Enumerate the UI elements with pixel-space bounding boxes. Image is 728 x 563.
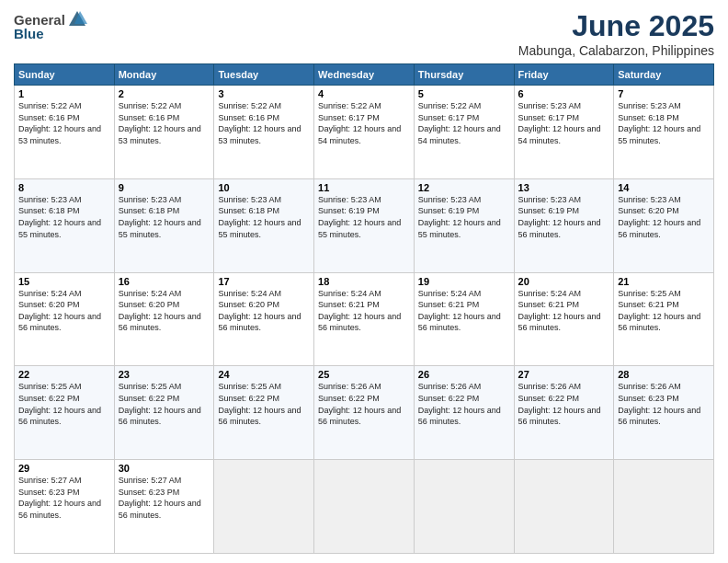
daylight-text: Daylight: 12 hours and 54 minutes.: [518, 124, 601, 145]
day-number: 9: [119, 182, 210, 193]
week-row-1: 1 Sunrise: 5:22 AM Sunset: 6:16 PM Dayli…: [15, 86, 714, 179]
week-row-4: 22 Sunrise: 5:25 AM Sunset: 6:22 PM Dayl…: [15, 366, 714, 460]
sunset-text: Sunset: 6:21 PM: [518, 300, 580, 309]
daylight-text: Daylight: 12 hours and 55 minutes.: [119, 218, 201, 239]
daylight-text: Daylight: 12 hours and 56 minutes.: [618, 406, 700, 427]
day-number: 28: [618, 369, 710, 380]
calendar-table: Sunday Monday Tuesday Wednesday Thursday…: [14, 63, 714, 554]
sunset-text: Sunset: 6:20 PM: [119, 300, 180, 309]
table-cell: 18 Sunrise: 5:24 AM Sunset: 6:21 PM Dayl…: [314, 272, 415, 366]
day-number: 12: [418, 182, 510, 193]
col-tuesday: Tuesday: [214, 64, 314, 86]
day-number: 15: [18, 276, 110, 287]
table-cell: 8 Sunrise: 5:23 AM Sunset: 6:18 PM Dayli…: [15, 178, 115, 272]
sunset-text: Sunset: 6:22 PM: [119, 394, 180, 403]
table-cell: 28 Sunrise: 5:26 AM Sunset: 6:23 PM Dayl…: [614, 366, 714, 460]
sunrise-text: Sunrise: 5:26 AM: [618, 382, 681, 391]
day-info: Sunrise: 5:27 AM Sunset: 6:23 PM Dayligh…: [18, 475, 110, 521]
sunrise-text: Sunrise: 5:24 AM: [318, 289, 381, 298]
col-thursday: Thursday: [414, 64, 514, 86]
sunset-text: Sunset: 6:23 PM: [119, 488, 180, 497]
sunset-text: Sunset: 6:19 PM: [518, 206, 580, 215]
daylight-text: Daylight: 12 hours and 56 minutes.: [318, 312, 401, 333]
day-info: Sunrise: 5:26 AM Sunset: 6:23 PM Dayligh…: [618, 381, 710, 427]
sunset-text: Sunset: 6:20 PM: [618, 206, 679, 215]
sunset-text: Sunset: 6:17 PM: [318, 113, 380, 122]
day-info: Sunrise: 5:24 AM Sunset: 6:20 PM Dayligh…: [119, 288, 210, 334]
sunset-text: Sunset: 6:16 PM: [18, 113, 80, 122]
day-info: Sunrise: 5:22 AM Sunset: 6:16 PM Dayligh…: [119, 100, 210, 146]
daylight-text: Daylight: 12 hours and 53 minutes.: [218, 124, 301, 145]
sunset-text: Sunset: 6:19 PM: [418, 206, 480, 215]
sunrise-text: Sunrise: 5:23 AM: [618, 195, 681, 204]
table-cell: [214, 460, 314, 554]
sunset-text: Sunset: 6:19 PM: [318, 206, 380, 215]
daylight-text: Daylight: 12 hours and 56 minutes.: [18, 406, 101, 427]
table-cell: 27 Sunrise: 5:26 AM Sunset: 6:22 PM Dayl…: [514, 366, 614, 460]
day-info: Sunrise: 5:24 AM Sunset: 6:20 PM Dayligh…: [218, 288, 310, 334]
sunset-text: Sunset: 6:17 PM: [518, 113, 580, 122]
daylight-text: Daylight: 12 hours and 55 minutes.: [418, 218, 501, 239]
daylight-text: Daylight: 12 hours and 56 minutes.: [618, 312, 700, 333]
day-info: Sunrise: 5:22 AM Sunset: 6:16 PM Dayligh…: [218, 100, 310, 146]
day-info: Sunrise: 5:24 AM Sunset: 6:20 PM Dayligh…: [18, 288, 110, 334]
week-row-3: 15 Sunrise: 5:24 AM Sunset: 6:20 PM Dayl…: [15, 272, 714, 366]
day-number: 20: [518, 276, 610, 287]
day-info: Sunrise: 5:23 AM Sunset: 6:20 PM Dayligh…: [618, 194, 710, 240]
table-cell: 25 Sunrise: 5:26 AM Sunset: 6:22 PM Dayl…: [314, 366, 415, 460]
day-number: 7: [618, 88, 710, 99]
sunset-text: Sunset: 6:21 PM: [418, 300, 480, 309]
sunrise-text: Sunrise: 5:23 AM: [618, 101, 681, 110]
day-number: 13: [518, 182, 610, 193]
sunrise-text: Sunrise: 5:25 AM: [18, 382, 82, 391]
day-info: Sunrise: 5:25 AM Sunset: 6:22 PM Dayligh…: [218, 381, 310, 427]
day-info: Sunrise: 5:26 AM Sunset: 6:22 PM Dayligh…: [518, 381, 610, 427]
daylight-text: Daylight: 12 hours and 53 minutes.: [18, 124, 101, 145]
sunrise-text: Sunrise: 5:22 AM: [119, 101, 182, 110]
table-cell: [314, 460, 415, 554]
day-number: 26: [418, 369, 510, 380]
sunset-text: Sunset: 6:18 PM: [119, 206, 180, 215]
sunset-text: Sunset: 6:20 PM: [18, 300, 80, 309]
daylight-text: Daylight: 12 hours and 56 minutes.: [18, 499, 101, 520]
table-cell: 6 Sunrise: 5:23 AM Sunset: 6:17 PM Dayli…: [514, 86, 614, 179]
table-cell: [514, 460, 614, 554]
day-number: 17: [218, 276, 310, 287]
day-info: Sunrise: 5:25 AM Sunset: 6:22 PM Dayligh…: [119, 381, 210, 427]
sunrise-text: Sunrise: 5:22 AM: [418, 101, 482, 110]
logo-general: General: [14, 12, 65, 28]
daylight-text: Daylight: 12 hours and 56 minutes.: [119, 406, 201, 427]
day-number: 18: [318, 276, 410, 287]
daylight-text: Daylight: 12 hours and 56 minutes.: [518, 406, 601, 427]
day-number: 27: [518, 369, 610, 380]
day-info: Sunrise: 5:23 AM Sunset: 6:18 PM Dayligh…: [18, 194, 110, 240]
day-number: 19: [418, 276, 510, 287]
day-info: Sunrise: 5:23 AM Sunset: 6:18 PM Dayligh…: [119, 194, 210, 240]
table-cell: 5 Sunrise: 5:22 AM Sunset: 6:17 PM Dayli…: [414, 86, 514, 179]
week-row-2: 8 Sunrise: 5:23 AM Sunset: 6:18 PM Dayli…: [15, 178, 714, 272]
daylight-text: Daylight: 12 hours and 55 minutes.: [318, 218, 401, 239]
col-saturday: Saturday: [614, 64, 714, 86]
day-number: 4: [318, 88, 410, 99]
daylight-text: Daylight: 12 hours and 56 minutes.: [318, 406, 401, 427]
table-cell: 9 Sunrise: 5:23 AM Sunset: 6:18 PM Dayli…: [114, 178, 214, 272]
table-cell: 17 Sunrise: 5:24 AM Sunset: 6:20 PM Dayl…: [214, 272, 314, 366]
day-info: Sunrise: 5:23 AM Sunset: 6:19 PM Dayligh…: [518, 194, 610, 240]
day-number: 11: [318, 182, 410, 193]
daylight-text: Daylight: 12 hours and 55 minutes.: [18, 218, 101, 239]
sunrise-text: Sunrise: 5:25 AM: [119, 382, 182, 391]
day-number: 1: [18, 88, 110, 99]
sunset-text: Sunset: 6:22 PM: [518, 394, 580, 403]
daylight-text: Daylight: 12 hours and 56 minutes.: [218, 312, 301, 333]
day-number: 16: [119, 276, 210, 287]
sunrise-text: Sunrise: 5:26 AM: [318, 382, 381, 391]
day-number: 6: [518, 88, 610, 99]
sunset-text: Sunset: 6:21 PM: [318, 300, 380, 309]
table-cell: [414, 460, 514, 554]
table-cell: 10 Sunrise: 5:23 AM Sunset: 6:18 PM Dayl…: [214, 178, 314, 272]
daylight-text: Daylight: 12 hours and 54 minutes.: [418, 124, 501, 145]
day-number: 21: [618, 276, 710, 287]
day-number: 29: [18, 463, 110, 474]
col-wednesday: Wednesday: [314, 64, 415, 86]
day-number: 10: [218, 182, 310, 193]
